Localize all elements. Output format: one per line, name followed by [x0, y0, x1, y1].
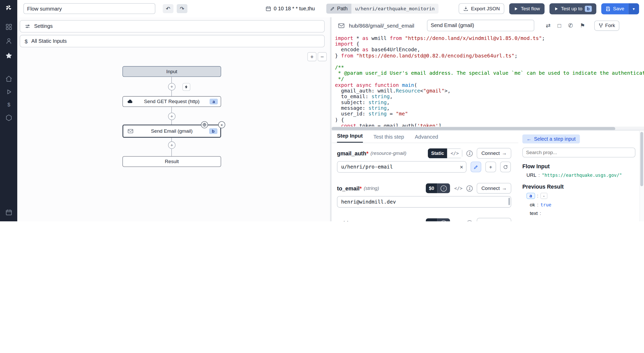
gmail-envelope-icon: [337, 22, 345, 29]
connect-button[interactable]: Connect→: [477, 218, 511, 221]
schedules-calendar-icon[interactable]: [5, 208, 12, 216]
save-button-group: Save ▾: [601, 3, 639, 14]
save-dropdown-button[interactable]: ▾: [628, 3, 639, 14]
test-flow-button[interactable]: Test flow: [509, 3, 545, 14]
test-up-to-button[interactable]: Test up to b: [549, 3, 596, 14]
input-mode-toggle: Static </>: [428, 148, 462, 158]
expand-square-icon[interactable]: □: [558, 22, 561, 29]
static-mode-button[interactable]: Static: [428, 148, 447, 158]
redo-button[interactable]: ↷: [177, 4, 187, 13]
connect-button[interactable]: Connect→: [477, 183, 511, 194]
tab-step-input[interactable]: Step Input: [337, 133, 363, 142]
scrollbar-thumb[interactable]: [640, 132, 643, 186]
to-email-input[interactable]: [337, 197, 511, 207]
add-step-button[interactable]: +: [168, 113, 176, 120]
edit-resource-button[interactable]: [471, 162, 481, 172]
flag-icon[interactable]: ⚑: [580, 22, 585, 29]
node-delete-button[interactable]: ×: [218, 121, 225, 128]
right-panel: hub/868/gmail/_send_email ⇄ □ ✆ ⚑ Fork i…: [332, 17, 644, 221]
fork-button[interactable]: Fork: [594, 20, 619, 31]
node-move-handle-icon[interactable]: [201, 121, 208, 128]
save-button[interactable]: Save: [601, 3, 628, 14]
clear-icon[interactable]: ×: [460, 164, 463, 170]
to-email-input-wrap: [337, 196, 511, 208]
add-resource-button[interactable]: +: [485, 162, 496, 172]
step-name-input[interactable]: [427, 20, 534, 31]
add-step-button[interactable]: +: [168, 83, 176, 90]
undo-button[interactable]: ↶: [163, 4, 173, 13]
prop-value-ok[interactable]: true: [540, 202, 551, 208]
search-prop-input[interactable]: [522, 148, 635, 157]
export-json-button[interactable]: Export JSON: [459, 3, 504, 14]
home-icon[interactable]: [5, 75, 12, 82]
windmill-logo-icon[interactable]: [5, 4, 12, 12]
code-icon[interactable]: </>: [454, 186, 463, 191]
trigger-bolt-icon[interactable]: [182, 83, 190, 91]
add-step-button[interactable]: +: [168, 141, 176, 149]
prop-key-a-badge[interactable]: a: [527, 193, 535, 199]
info-icon[interactable]: i: [467, 220, 473, 221]
code-icon[interactable]: </>: [454, 221, 463, 221]
expr-count: $0: [426, 218, 437, 221]
flow-node-http[interactable]: Send GET Request (http) a: [122, 96, 221, 107]
expr-badge[interactable]: $0 i: [426, 183, 450, 193]
expr-badge[interactable]: $0 i: [426, 218, 450, 221]
field-name: gmail_auth: [337, 150, 366, 156]
info-icon[interactable]: i: [467, 185, 473, 191]
schedule-cron: 0 10 18 * * tue,thu: [274, 6, 315, 11]
schedule-display[interactable]: 0 10 18 * * tue,thu: [266, 6, 315, 11]
star-icon[interactable]: [5, 52, 12, 59]
step-b-badge: b: [585, 6, 592, 12]
runs-play-icon[interactable]: [5, 88, 12, 95]
undo-icon: ↶: [166, 6, 170, 12]
download-icon: [463, 6, 469, 11]
tab-test-this-step[interactable]: Test this step: [374, 134, 404, 143]
prop-key-text[interactable]: text: [530, 211, 538, 216]
zoom-out-button[interactable]: −: [318, 52, 327, 61]
previous-result-title: Previous Result: [522, 184, 635, 190]
code-editor[interactable]: import * as wmill from "https://deno.lan…: [332, 34, 644, 127]
prop-value-url[interactable]: "https://earthquake.usgs.gov/": [542, 173, 622, 178]
required-asterisk: *: [360, 185, 362, 191]
node-badge-b: b: [209, 128, 217, 134]
all-static-inputs-button[interactable]: $ All Static Inputs: [20, 35, 325, 47]
flow-node-input[interactable]: Input: [122, 66, 221, 77]
flow-graph-panel: Settings $ All Static Inputs + − Input +…: [17, 17, 330, 221]
path-control[interactable]: Path u/henri/earthquake_monitorin: [326, 4, 438, 13]
arrow-left-icon: ←: [527, 136, 532, 142]
resources-hexagon-icon[interactable]: [5, 114, 12, 121]
prop-value-text[interactable]: "<!DOCTYPE html> <html lang="en"> <head>…: [536, 220, 635, 221]
apps-grid-icon[interactable]: [5, 23, 12, 30]
tab-advanced[interactable]: Advanced: [415, 134, 438, 143]
refresh-resource-button[interactable]: [500, 162, 511, 172]
connect-button[interactable]: Connect→: [477, 148, 511, 158]
variables-dollar-icon[interactable]: $: [5, 101, 12, 108]
field-type: (string): [364, 186, 379, 191]
code-mode-button[interactable]: </>: [447, 148, 462, 158]
info-icon: i: [441, 220, 447, 221]
close-icon: ×: [221, 122, 223, 127]
arrow-right-icon: →: [502, 150, 507, 156]
save-icon: [605, 6, 611, 11]
editor-header: hub/868/gmail/_send_email ⇄ □ ✆ ⚑ Fork: [332, 17, 644, 34]
flow-summary-input[interactable]: [23, 3, 155, 14]
user-icon[interactable]: [5, 37, 12, 45]
gmail-auth-input[interactable]: [337, 162, 466, 172]
step-input-form: Step Input Test this step Advanced gmail…: [332, 130, 518, 221]
folders-icon[interactable]: [5, 221, 12, 221]
phone-icon[interactable]: ✆: [568, 22, 573, 29]
select-step-input-button[interactable]: ← Select a step input: [522, 135, 580, 144]
flow-settings-button[interactable]: Settings: [20, 20, 325, 32]
swap-diff-icon[interactable]: ⇄: [546, 22, 551, 29]
flow-node-result[interactable]: Result: [122, 156, 221, 167]
prop-value-a[interactable]: -: [540, 193, 547, 199]
code-icon: </>: [451, 151, 459, 156]
path-value: u/henri/earthquake_monitorin: [351, 4, 438, 13]
info-icon[interactable]: i: [467, 150, 473, 156]
input-scroll-grip[interactable]: [509, 198, 510, 205]
fork-icon: [598, 23, 603, 28]
zoom-in-button[interactable]: +: [307, 52, 316, 61]
path-edit-button[interactable]: Path: [326, 4, 351, 13]
prop-key-ok[interactable]: ok: [530, 202, 535, 207]
prop-key-url[interactable]: URL: [527, 172, 536, 178]
